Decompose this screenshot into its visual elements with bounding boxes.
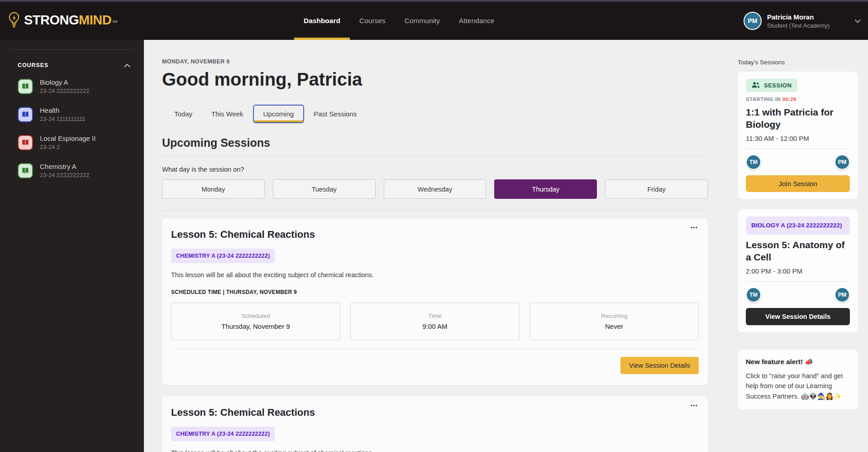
lesson-title: Lesson 5: Chemical Reactions — [171, 407, 699, 418]
chevron-down-icon[interactable] — [854, 19, 861, 23]
greeting-heading: Good morning, Patricia — [162, 69, 708, 90]
view-session-details-button[interactable]: View Session Details — [746, 308, 850, 325]
day-button-tuesday[interactable]: Tuesday — [273, 179, 376, 199]
sessions-tabs: Today This Week Upcoming Past Sessions — [165, 105, 708, 123]
tab-upcoming[interactable]: Upcoming — [253, 105, 305, 123]
session-title: 1:1 with Patricia for Biology — [746, 106, 850, 130]
course-badge: BIOLOGY A (23-24 2222222222) — [746, 216, 850, 235]
dashboard-main: MONDAY, NOVEMBER 6 Good morning, Patrici… — [144, 40, 738, 452]
course-code: 23-24 1111111111 — [40, 115, 85, 122]
divider — [746, 149, 850, 149]
lesson-description: This lesson will be all about the exciti… — [171, 449, 699, 452]
avatar[interactable]: PM — [835, 154, 850, 170]
lesson-title: Lesson 5: Chemical Reactions — [171, 229, 699, 240]
nav-item-dashboard[interactable]: Dashboard — [294, 2, 350, 40]
user-menu[interactable]: PM Patricia Moran Student (Test Academy) — [744, 2, 861, 40]
course-name: Health — [40, 106, 85, 114]
course-code: 23-24 2222222222 — [40, 172, 89, 178]
tab-this-week[interactable]: This Week — [202, 105, 253, 123]
user-name: Patricia Moran — [767, 13, 830, 21]
chevron-up-icon[interactable] — [124, 61, 130, 69]
logo-trademark: SM — [112, 14, 117, 30]
session-time: 2:00 PM - 3:00 PM — [746, 267, 850, 275]
user-role: Student (Test Academy) — [767, 22, 830, 29]
session-badge: SESSION — [746, 79, 797, 92]
feature-alert-card[interactable]: New feature alert! 📣 Click to "raise you… — [738, 350, 858, 409]
todays-sessions-title: Today's Sessions — [738, 59, 858, 66]
detail-box-time: Time 9:00 AM — [350, 303, 520, 340]
session-title: Lesson 5: Anatomy of a Cell — [746, 239, 850, 263]
course-code: 23-24 2222222222 — [40, 87, 89, 94]
avatar[interactable]: TM — [746, 154, 761, 170]
detail-value: Never — [605, 322, 623, 330]
nav-item-attendance[interactable]: Attendance — [449, 2, 504, 40]
session-badge-label: SESSION — [764, 82, 792, 89]
book-icon — [18, 107, 33, 122]
course-badge: CHEMISTRY A (23-24 2222222222) — [171, 249, 275, 263]
day-button-thursday[interactable]: Thursday — [494, 179, 597, 199]
starting-in-label: STARTING IN — [746, 96, 781, 102]
strongmind-logo[interactable]: STRONG MIND SM — [0, 12, 117, 30]
day-button-wednesday[interactable]: Wednesday — [384, 179, 486, 199]
course-name: Biology A — [40, 78, 89, 86]
courses-section-toggle[interactable]: COURSES — [0, 50, 144, 78]
course-name: Local Espionage II — [40, 135, 95, 142]
courses-sidebar: COURSES Biology A 23-24 2222222222 Healt… — [0, 40, 144, 452]
tab-past-sessions[interactable]: Past Sessions — [304, 105, 366, 123]
lesson-card: ••• Lesson 5: Chemical Reactions CHEMIST… — [162, 218, 708, 385]
nav-item-courses[interactable]: Courses — [350, 2, 395, 40]
avatar[interactable]: TM — [746, 287, 761, 303]
countdown-timer: 00:26 — [782, 96, 796, 102]
detail-box-recurring: Recurring Never — [529, 303, 699, 340]
tab-today[interactable]: Today — [165, 105, 202, 123]
session-detail-boxes: Scheduled Thursday, November 9 Time 9:00… — [171, 303, 699, 340]
people-icon — [752, 82, 760, 89]
avatar[interactable]: PM — [744, 12, 762, 30]
detail-value: Thursday, November 9 — [221, 322, 290, 330]
divider — [162, 156, 708, 157]
todays-sessions-panel: Today's Sessions SESSION STARTING IN 00:… — [738, 40, 868, 452]
app-header: STRONG MIND SM Dashboard Courses Communi… — [0, 2, 868, 40]
kebab-menu-icon[interactable]: ••• — [691, 403, 698, 408]
detail-box-scheduled: Scheduled Thursday, November 9 — [171, 303, 340, 340]
sidebar-item-biology-a[interactable]: Biology A 23-24 2222222222 — [0, 78, 144, 94]
sidebar-item-health[interactable]: Health 23-24 1111111111 — [0, 106, 144, 122]
logo-text-strong: STRONG — [24, 12, 79, 28]
section-title: Upcoming Sessions — [162, 136, 708, 149]
course-badge: CHEMISTRY A (23-24 2222222222) — [171, 427, 275, 441]
courses-section-title: COURSES — [18, 62, 48, 68]
divider — [162, 210, 708, 211]
session-card: SESSION STARTING IN 00:26 1:1 with Patri… — [738, 72, 858, 199]
alert-title: New feature alert! 📣 — [746, 358, 850, 366]
view-session-details-button[interactable]: View Session Details — [620, 357, 699, 374]
day-filter-group: Monday Tuesday Wednesday Thursday Friday — [162, 179, 708, 199]
current-date: MONDAY, NOVEMBER 6 — [162, 58, 708, 65]
day-button-friday[interactable]: Friday — [605, 179, 708, 199]
detail-label: Recurring — [601, 313, 628, 319]
detail-value: 9:00 AM — [422, 322, 447, 330]
lightbulb-logo-icon — [7, 12, 21, 30]
logo-text-mind: MIND — [79, 12, 111, 28]
lesson-description: This lesson will be all about the exciti… — [171, 271, 699, 279]
course-name: Chemistry A — [40, 163, 89, 170]
detail-label: Scheduled — [241, 313, 270, 319]
alert-body: Click to "raise your hand" and get help … — [746, 371, 850, 401]
course-code: 23-24 2 — [40, 144, 95, 150]
book-icon — [18, 163, 33, 178]
divider — [171, 349, 699, 349]
divider — [746, 281, 850, 282]
kebab-menu-icon[interactable]: ••• — [691, 225, 698, 230]
sidebar-item-local-espionage-ii[interactable]: Local Espionage II 23-24 2 — [0, 135, 144, 150]
day-button-monday[interactable]: Monday — [162, 179, 265, 199]
primary-nav: Dashboard Courses Community Attendance — [294, 2, 504, 40]
sidebar-item-chemistry-a[interactable]: Chemistry A 23-24 2222222222 — [0, 163, 144, 178]
scheduled-time-label: SCHEDULED TIME | THURSDAY, NOVEMBER 9 — [171, 289, 699, 295]
join-session-button[interactable]: Join Session — [746, 175, 850, 192]
day-question-label: What day is the session on? — [162, 166, 708, 173]
avatar[interactable]: PM — [835, 287, 850, 303]
detail-label: Time — [428, 313, 442, 319]
nav-item-community[interactable]: Community — [395, 2, 449, 40]
lesson-card: ••• Lesson 5: Chemical Reactions CHEMIST… — [162, 396, 708, 452]
book-icon — [18, 79, 33, 94]
session-time: 11:30 AM - 12:00 PM — [746, 135, 850, 142]
